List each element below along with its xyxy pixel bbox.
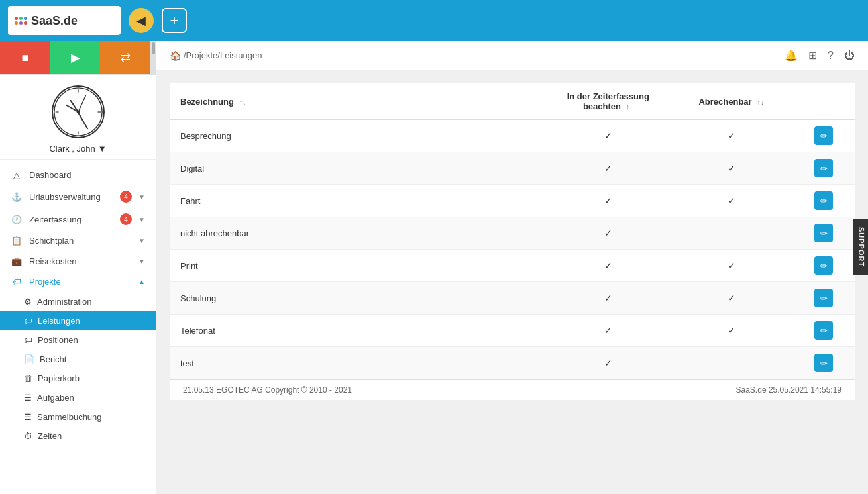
help-icon[interactable]: ?	[828, 50, 834, 62]
cell-bezeichnung: Schulung	[170, 282, 547, 315]
zeiterfassung-chevron: ▼	[138, 216, 145, 223]
table-row: Fahrt✓✓✏	[170, 185, 855, 217]
logo-dot	[19, 17, 23, 20]
cell-zeiterfassung: ✓	[547, 315, 670, 347]
sidebar-item-zeiterfassung[interactable]: 🕐 Zeiterfassung 4 ▼	[0, 208, 156, 230]
add-button[interactable]: +	[162, 8, 187, 33]
edit-button[interactable]: ✏	[814, 224, 833, 242]
check-icon: ✓	[604, 228, 612, 238]
sidebar-item-schichtplan[interactable]: 📋 Schichtplan ▼	[0, 230, 156, 251]
sidebar-item-administration[interactable]: ⚙ Administration	[0, 292, 156, 311]
support-tab[interactable]: SUPPORT	[853, 219, 868, 275]
footer: 21.05.13 EGOTEC AG Copyright © 2010 - 20…	[170, 379, 855, 400]
admin-icon: ⚙	[24, 297, 32, 307]
cell-bezeichnung: Fahrt	[170, 185, 547, 217]
sidebar-item-papierkorb[interactable]: 🗑 Papierkorb	[0, 369, 156, 388]
sidebar-item-sammelbuchung[interactable]: ☰ Sammelbuchung	[0, 407, 156, 426]
reisekosten-chevron: ▼	[138, 258, 145, 265]
check-icon: ✓	[604, 293, 612, 303]
clock-center	[77, 111, 80, 113]
sidebar-item-dashboard[interactable]: △ Dashboard	[0, 165, 156, 185]
bericht-icon: 📄	[24, 354, 34, 364]
zeiterfassung-badge: 4	[120, 213, 132, 225]
logo-dot	[24, 21, 27, 25]
cell-abrechenbar: ✓	[670, 315, 793, 347]
clock-area: Clark , John ▼	[0, 75, 156, 160]
sammelbuchung-icon: ☰	[24, 412, 32, 422]
leistungen-icon: 🏷	[24, 316, 32, 326]
back-button[interactable]: ◀	[129, 8, 154, 33]
svg-line-6	[78, 95, 85, 112]
sidebar-item-aufgaben[interactable]: ☰ Aufgaben	[0, 388, 156, 407]
edit-button[interactable]: ✏	[814, 256, 833, 275]
edit-button[interactable]: ✏	[814, 191, 833, 210]
stop-button[interactable]: ■	[0, 41, 50, 74]
urlaub-chevron: ▼	[138, 193, 145, 201]
urlaub-icon: ⚓	[11, 192, 23, 202]
cell-action: ✏	[793, 217, 855, 250]
sidebar-item-reisekosten[interactable]: 💼 Reisekosten ▼	[0, 251, 156, 272]
play-button[interactable]: ▶	[50, 41, 101, 74]
cell-zeiterfassung: ✓	[547, 347, 670, 379]
transfer-button[interactable]: ⇄	[100, 41, 150, 74]
cell-action: ✏	[793, 152, 855, 185]
cell-bezeichnung: test	[170, 347, 547, 379]
col-zeiterfassung[interactable]: In der Zeiterfassung beachten ↑↓	[547, 83, 670, 120]
logo-dot	[19, 21, 23, 25]
power-icon[interactable]: ⏻	[844, 50, 855, 62]
table-row: Telefonat✓✓✏	[170, 315, 855, 347]
header-icons: 🔔 ⊞ ? ⏻	[785, 49, 855, 62]
zeiterfassung-icon: 🕐	[11, 215, 23, 224]
sidebar-item-positionen[interactable]: 🏷 Positionen	[0, 330, 156, 350]
edit-button[interactable]: ✏	[814, 354, 833, 372]
cell-action: ✏	[793, 282, 855, 315]
cell-bezeichnung: Print	[170, 250, 547, 282]
logo-dot	[15, 17, 18, 20]
nav-section: △ Dashboard ⚓ Urlaubsverwaltung 4 ▼ 🕐 Ze…	[0, 160, 156, 451]
sidebar-item-projekte[interactable]: 🏷 Projekte ▲	[0, 272, 156, 292]
home-icon[interactable]: 🏠	[170, 50, 181, 61]
check-icon: ✓	[728, 325, 735, 336]
bell-icon[interactable]: 🔔	[785, 49, 798, 62]
content-area: 🏠 /Projekte/Leistungen 🔔 ⊞ ? ⏻ Bezeichnu…	[156, 41, 868, 494]
aufgaben-icon: ☰	[24, 393, 32, 403]
check-icon: ✓	[604, 130, 612, 141]
edit-button[interactable]: ✏	[814, 321, 833, 340]
check-icon: ✓	[728, 195, 735, 206]
papierkorb-icon: 🗑	[24, 373, 32, 383]
edit-button[interactable]: ✏	[814, 159, 833, 177]
table-row: Schulung✓✓✏	[170, 282, 855, 315]
user-name[interactable]: Clark , John ▼	[49, 144, 106, 154]
cell-abrechenbar: ✓	[670, 152, 793, 185]
check-icon: ✓	[604, 325, 612, 336]
top-bar: SaaS.de ◀ +	[0, 0, 868, 41]
col-abrechenbar[interactable]: Abrechenbar ↑↓	[670, 83, 793, 120]
sidebar-item-urlaubsverwaltung[interactable]: ⚓ Urlaubsverwaltung 4 ▼	[0, 185, 156, 208]
cell-zeiterfassung: ✓	[547, 217, 670, 250]
edit-button[interactable]: ✏	[814, 126, 833, 145]
cell-zeiterfassung: ✓	[547, 282, 670, 315]
positionen-icon: 🏷	[24, 335, 32, 345]
grid-icon[interactable]: ⊞	[808, 49, 817, 62]
cell-bezeichnung: Telefonat	[170, 315, 547, 347]
breadcrumb: 🏠 /Projekte/Leistungen	[170, 50, 262, 61]
cell-zeiterfassung: ✓	[547, 185, 670, 217]
table-row: nicht abrechenbar✓✏	[170, 217, 855, 250]
zeiten-icon: ⏱	[24, 431, 32, 441]
check-icon: ✓	[728, 130, 735, 141]
table-row: Print✓✓✏	[170, 250, 855, 282]
table-row: Digital✓✓✏	[170, 152, 855, 185]
col-action	[793, 83, 855, 120]
cell-abrechenbar: ✓	[670, 250, 793, 282]
sidebar-item-bericht[interactable]: 📄 Bericht	[0, 350, 156, 369]
sidebar-item-leistungen[interactable]: 🏷 Leistungen	[0, 311, 156, 330]
cell-bezeichnung: Besprechung	[170, 120, 547, 152]
col-bezeichnung[interactable]: Bezeichnung ↑↓	[170, 83, 547, 120]
sort-abrechenbar-icon: ↑↓	[757, 98, 764, 106]
edit-button[interactable]: ✏	[814, 289, 833, 307]
breadcrumb-bar: 🏠 /Projekte/Leistungen 🔔 ⊞ ? ⏻	[156, 41, 868, 70]
cell-abrechenbar	[670, 347, 793, 379]
leistungen-table: Bezeichnung ↑↓ In der Zeiterfassung beac…	[170, 83, 855, 379]
sidebar-item-zeiten[interactable]: ⏱ Zeiten	[0, 426, 156, 446]
check-icon: ✓	[728, 260, 735, 271]
